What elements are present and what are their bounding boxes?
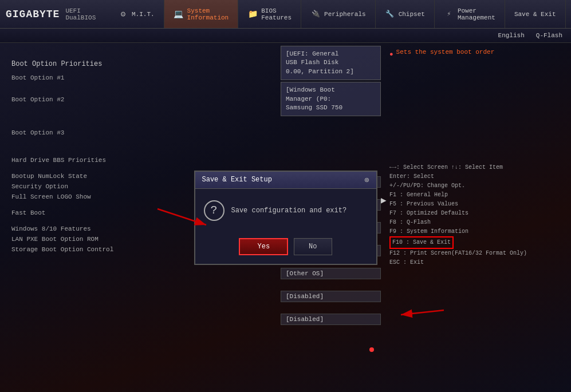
save-exit-dialog: Save & Exit Setup ⊗ ? Save configuration… [194, 171, 377, 265]
tab-peripherals-label: Peripherals [324, 11, 366, 18]
tab-sysinfo[interactable]: 💻 System Information [164, 0, 239, 28]
bios-label1: BIOS [261, 7, 276, 14]
no-button[interactable]: No [294, 238, 332, 255]
modal-message: Save configuration and exit? [231, 207, 347, 215]
sub-bar: English Q-Flash [0, 29, 571, 43]
power-label2: Management [458, 14, 495, 21]
tab-bios[interactable]: 📁 BIOS Features [238, 0, 301, 28]
svg-line-3 [401, 310, 444, 315]
tab-power[interactable]: ⚡ Power Management [435, 0, 505, 28]
bios-screen: GIGABYTE UEFI DualBIOS ⚙ M.I.T. 💻 System… [0, 0, 571, 392]
sysinfo-label2: Information [187, 14, 229, 21]
tab-mit[interactable]: ⚙ M.I.T. [109, 0, 164, 28]
svg-line-1 [157, 209, 206, 225]
modal-overlay: Save & Exit Setup ⊗ ? Save configuration… [0, 43, 571, 392]
arrow-to-f10 [392, 304, 461, 333]
modal-title: Save & Exit Setup [202, 176, 272, 184]
yes-button[interactable]: Yes [239, 238, 288, 255]
brand-name: GIGABYTE [6, 9, 60, 20]
english-btn[interactable]: English [498, 32, 525, 39]
nav-tabs: ⚙ M.I.T. 💻 System Information 📁 BIOS Fea… [109, 0, 566, 28]
arrow-to-yes [152, 203, 220, 237]
brand-section: GIGABYTE UEFI DualBIOS [6, 7, 109, 21]
uefi-label: UEFI DualBIOS [65, 7, 109, 21]
sysinfo-icon: 💻 [174, 9, 184, 19]
tab-mit-label: M.I.T. [132, 11, 155, 18]
qflash-btn[interactable]: Q-Flash [536, 32, 562, 39]
bios-label2: Features [261, 14, 292, 21]
tab-saveexit[interactable]: Save & Exit [505, 0, 566, 28]
bios-text: BIOS Features [261, 7, 292, 21]
power-icon: ⚡ [444, 9, 454, 19]
chip-icon: 🔧 [385, 9, 395, 19]
tab-peripherals[interactable]: 🔌 Peripherals [301, 0, 376, 28]
modal-close-btn[interactable]: ⊗ [364, 175, 369, 185]
modal-buttons: Yes No [195, 232, 376, 264]
mit-icon: ⚙ [118, 9, 128, 19]
sysinfo-text: System Information [187, 7, 229, 21]
saveexit-label: Save & Exit [514, 11, 556, 18]
power-label1: Power [458, 7, 477, 14]
modal-title-bar: Save & Exit Setup ⊗ [195, 172, 376, 189]
top-nav-bar: GIGABYTE UEFI DualBIOS ⚙ M.I.T. 💻 System… [0, 0, 571, 29]
tab-chipset-label: Chipset [399, 11, 425, 18]
sysinfo-label1: System [187, 7, 210, 14]
tab-chipset[interactable]: 🔧 Chipset [376, 0, 435, 28]
modal-body: ? Save configuration and exit? [195, 189, 376, 232]
power-text: Power Management [458, 7, 495, 21]
bios-icon: 📁 [247, 9, 258, 19]
peri-icon: 🔌 [310, 9, 321, 19]
